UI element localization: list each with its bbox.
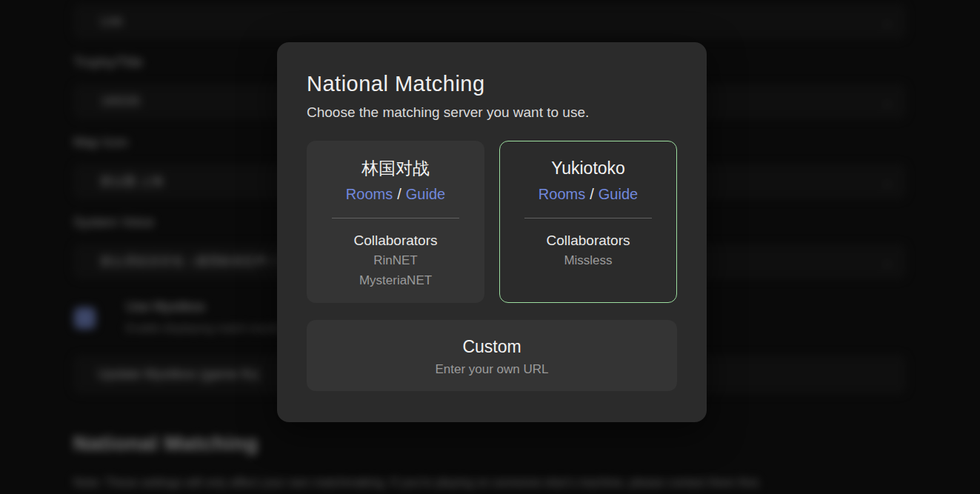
- server-card-yukiotoko-selected[interactable]: Yukiotoko Rooms/Guide Collaborators Miss…: [499, 141, 677, 303]
- server-card-row: 林国对战 Rooms/Guide Collaborators RinNET My…: [307, 141, 677, 303]
- collaborators-label: Collaborators: [307, 231, 484, 250]
- server-card-custom[interactable]: Custom Enter your own URL: [307, 320, 677, 391]
- collaborators-label: Collaborators: [500, 231, 676, 250]
- rooms-link[interactable]: Rooms: [539, 186, 585, 202]
- server-card-linguo[interactable]: 林国对战 Rooms/Guide Collaborators RinNET My…: [307, 141, 484, 303]
- rooms-link[interactable]: Rooms: [346, 186, 393, 202]
- collaborator-name: Missless: [500, 250, 676, 270]
- link-separator: /: [397, 186, 401, 202]
- guide-link[interactable]: Guide: [599, 186, 638, 202]
- server-links: Rooms/Guide: [500, 183, 676, 205]
- divider: [332, 218, 459, 218]
- custom-title: Custom: [307, 336, 677, 358]
- collaborator-name: MysteriaNET: [307, 270, 484, 290]
- guide-link[interactable]: Guide: [406, 186, 445, 202]
- dialog-subtitle: Choose the matching server you want to u…: [307, 104, 677, 121]
- custom-subtitle: Enter your own URL: [307, 362, 677, 377]
- dialog-title: National Matching: [307, 72, 677, 96]
- server-links: Rooms/Guide: [307, 183, 484, 205]
- link-separator: /: [590, 186, 594, 202]
- divider: [524, 218, 652, 218]
- server-name: Yukiotoko: [500, 157, 676, 179]
- collaborator-name: RinNET: [307, 250, 484, 270]
- app-window: Link ⌄ Trophy/Title 165535 ⌄ Map Icon 默认…: [0, 0, 980, 494]
- server-name: 林国对战: [307, 157, 484, 179]
- national-matching-dialog: National Matching Choose the matching se…: [277, 42, 707, 422]
